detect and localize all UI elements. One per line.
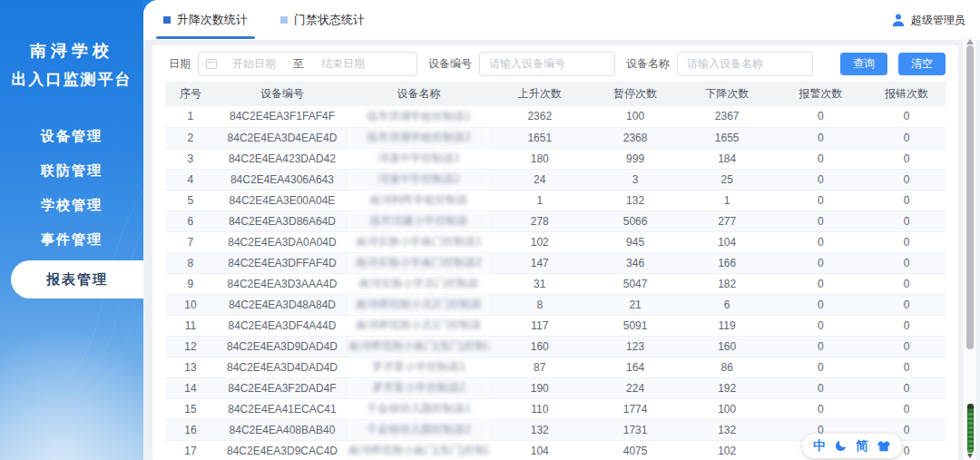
device-name: 浔溪中学控制器2: [348, 169, 489, 190]
end-date-input[interactable]: [308, 57, 378, 70]
device-name: 浔溪中学控制器1: [348, 148, 489, 169]
alarm-count: 0: [774, 377, 867, 398]
row-index: 5: [165, 190, 216, 210]
row-index: 12: [165, 336, 216, 357]
pause-count: 164: [591, 357, 681, 377]
error-count: 0: [867, 231, 946, 252]
start-date-input[interactable]: [219, 57, 289, 70]
tab-square-icon: [163, 16, 171, 24]
sidebar-item-school-mgmt[interactable]: 学校管理: [0, 188, 143, 222]
device-name: 练市洪塘学校控制器1: [348, 106, 489, 127]
device-id: 84C2E4EA3D4DAD4D: [216, 357, 348, 377]
translate-widget[interactable]: 中 简: [802, 434, 902, 458]
table-row: 584C2E4EA3E00A04E南浔利民学校控制器1132100: [165, 190, 946, 210]
device-id: 84C2E4EA3D86A64D: [216, 210, 348, 231]
error-count: 0: [867, 210, 946, 231]
alarm-count: 0: [774, 294, 867, 315]
row-index: 16: [165, 419, 216, 440]
down-count: 277: [681, 210, 774, 231]
error-count: 0: [867, 315, 946, 336]
device-id: 84C2E4EA3D3AAA4D: [216, 273, 348, 294]
alarm-count: 0: [774, 252, 867, 273]
error-count: 0: [867, 127, 946, 148]
alarm-count: 0: [774, 336, 867, 357]
device-id-label: 设备编号: [428, 56, 472, 72]
alarm-count: 0: [774, 231, 867, 252]
shirt-icon[interactable]: [877, 439, 891, 453]
table-row: 184C2E4EA3F1FAF4F练市洪塘学校控制器12362100236700: [165, 106, 946, 127]
row-index: 8: [165, 252, 216, 273]
device-id: 84C2E4EA41ECAC41: [216, 398, 348, 419]
up-count: 190: [489, 377, 591, 398]
pause-count: 4075: [591, 440, 681, 460]
sidebar-menu: 设备管理 联防管理 学校管理 事件管理 报表管理: [0, 119, 143, 299]
vertical-scrollbar[interactable]: [962, 36, 976, 460]
pause-count: 999: [591, 148, 681, 169]
pause-count: 945: [591, 231, 681, 252]
error-count: 0: [867, 398, 946, 419]
clear-button[interactable]: 清空: [898, 53, 946, 75]
app-title-line1: 南浔学校: [0, 40, 143, 62]
chinese-lang-button[interactable]: 中: [813, 438, 826, 455]
device-id: 84C2E4EA3F2DAD4F: [216, 377, 348, 398]
calendar-icon: [206, 59, 217, 69]
up-count: 1: [489, 190, 591, 210]
row-index: 1: [165, 106, 216, 127]
device-name-input[interactable]: [677, 52, 813, 76]
sidebar-item-report-mgmt[interactable]: 报表管理: [11, 260, 143, 299]
row-index: 10: [165, 294, 216, 315]
down-count: 1: [681, 190, 774, 210]
pause-count: 5091: [591, 315, 681, 336]
user-icon: [891, 13, 906, 27]
filter-buttons: 查询 清空: [840, 53, 946, 75]
tab-access-status-stats[interactable]: 门禁状态统计: [280, 0, 365, 40]
up-count: 278: [489, 210, 591, 231]
table-row: 1484C2E4EA3F2DAD4F罗开富小学控制器219022419200: [165, 377, 946, 398]
error-count: 0: [867, 252, 946, 273]
device-id: 84C2E4EA3DF4A44D: [216, 315, 348, 336]
up-count: 104: [489, 440, 591, 460]
pause-count: 100: [591, 106, 681, 127]
sidebar-item-joint-defense-mgmt[interactable]: 联防管理: [0, 153, 143, 188]
row-index: 15: [165, 398, 216, 419]
up-count: 24: [489, 169, 591, 190]
row-index: 9: [165, 273, 216, 294]
up-count: 8: [489, 294, 591, 315]
alarm-count: 0: [774, 106, 867, 127]
tab-label: 门禁状态统计: [294, 12, 365, 28]
device-name-label: 设备名称: [626, 56, 670, 72]
user-account[interactable]: 超级管理员: [891, 0, 965, 40]
simplified-chinese-button[interactable]: 简: [856, 438, 868, 455]
alarm-count: 0: [774, 273, 867, 294]
scrollbar-thumb[interactable]: [966, 45, 974, 349]
device-name: 罗开富小学控制器1: [348, 357, 489, 377]
error-count: 0: [867, 148, 946, 169]
user-name: 超级管理员: [911, 13, 965, 28]
tab-lift-count-stats[interactable]: 升降次数统计: [163, 0, 248, 40]
device-id-input[interactable]: [479, 52, 615, 76]
down-count: 104: [681, 231, 774, 252]
app-title: 南浔学校 出入口监测平台: [0, 40, 143, 90]
moon-icon[interactable]: [834, 439, 848, 453]
table-header: 序号 设备编号 设备名称 上升次数 暂停次数 下降次数 报警次数 报错次数: [165, 82, 946, 106]
error-count: 0: [867, 106, 946, 127]
device-id: 84C2E4EA408BAB40: [216, 419, 348, 440]
table-row: 1284C2E4EA3D9DAD4D南浔师范附小南门(东门)控制器1160123…: [165, 336, 946, 357]
down-count: 1655: [681, 127, 774, 148]
row-index: 14: [165, 377, 216, 398]
row-index: 7: [165, 231, 216, 252]
pause-count: 1731: [591, 419, 681, 440]
date-range-picker[interactable]: 至: [198, 52, 417, 76]
search-button[interactable]: 查询: [840, 53, 887, 75]
tab-label: 升降次数统计: [177, 12, 248, 28]
scrollbar-up-arrow-icon[interactable]: [966, 39, 974, 44]
col-alarm-count: 报警次数: [774, 82, 867, 106]
table-row: 1584C2E4EA41ECAC41千金镇幼儿园控制器1110177410000: [165, 398, 946, 419]
sidebar-item-device-mgmt[interactable]: 设备管理: [0, 119, 143, 153]
down-count: 132: [681, 419, 774, 440]
down-count: 184: [681, 148, 774, 169]
up-count: 87: [489, 357, 591, 377]
table-row: 784C2E4EA3DA0A04D南浔实验小学南门控制器110294510400: [165, 231, 946, 252]
scrollbar-down-arrow-icon[interactable]: [967, 454, 973, 458]
sidebar-item-event-mgmt[interactable]: 事件管理: [0, 222, 143, 257]
